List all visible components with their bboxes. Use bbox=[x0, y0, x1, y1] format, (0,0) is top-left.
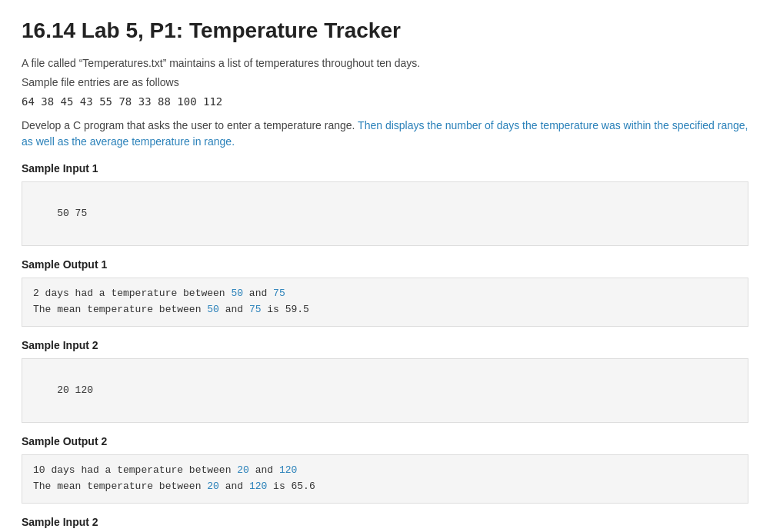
sample-entries-normal: 64 38 45 43 55 78 33 88 bbox=[22, 95, 177, 108]
sample-output-1-box: 2 days had a temperature between 50 and … bbox=[22, 278, 748, 327]
output-1-line2-suffix: is 59.5 bbox=[261, 304, 308, 315]
output-1-line1-blue1: 50 bbox=[231, 288, 243, 299]
section-1: Sample Input 1 50 75 Sample Output 1 2 d… bbox=[22, 161, 748, 327]
output-1-line2-blue2: 75 bbox=[249, 304, 262, 315]
description-part1: Develop a C program that asks the user t… bbox=[22, 119, 358, 131]
output-2-line1-mid: and bbox=[249, 464, 279, 476]
output-2-line1-prefix: 10 days had a temperature between bbox=[33, 464, 237, 476]
sample-entries-red: 100 112 bbox=[177, 95, 222, 108]
output-1-line2-prefix: The mean temperature between bbox=[33, 304, 207, 315]
output-2-line2-blue1: 20 bbox=[207, 480, 219, 492]
page-title: 16.14 Lab 5, P1: Temperature Tracker bbox=[22, 18, 748, 43]
output-2-line1-blue1: 20 bbox=[237, 464, 249, 476]
description: Develop a C program that asks the user t… bbox=[22, 118, 748, 150]
output-1-line1-prefix: 2 days had a temperature between bbox=[33, 288, 231, 299]
sample-input-1-label: Sample Input 1 bbox=[22, 161, 748, 177]
output-2-line2-suffix: is 65.6 bbox=[267, 480, 315, 492]
sample-output-2-box: 10 days had a temperature between 20 and… bbox=[22, 454, 748, 504]
output-2-line2-mid: and bbox=[219, 480, 249, 492]
output-2-line1-blue2: 120 bbox=[279, 464, 297, 476]
section-3: Sample Input 2 10 30 bbox=[22, 514, 748, 532]
sample-input-2-label: Sample Input 2 bbox=[22, 337, 748, 354]
sample-input-3-label: Sample Input 2 bbox=[22, 514, 748, 530]
output-1-line1-mid: and bbox=[243, 288, 273, 299]
output-1-line1-blue2: 75 bbox=[273, 288, 285, 299]
output-2-line2-prefix: The mean temperature between bbox=[33, 480, 207, 492]
sample-file-entries: 64 38 45 43 55 78 33 88 100 112 bbox=[22, 94, 748, 110]
sample-file-label: Sample file entries are as follows bbox=[22, 75, 748, 91]
sample-output-1-label: Sample Output 1 bbox=[22, 257, 748, 273]
sample-input-2-box: 20 120 bbox=[22, 358, 748, 423]
output-2-line2-blue2: 120 bbox=[249, 480, 267, 492]
sample-output-2-label: Sample Output 2 bbox=[22, 434, 748, 450]
output-1-line2-mid: and bbox=[219, 304, 249, 315]
sample-input-2-value: 20 120 bbox=[57, 384, 93, 396]
sample-input-1-box: 50 75 bbox=[22, 181, 748, 246]
sample-input-1-value: 50 75 bbox=[57, 208, 87, 219]
output-1-line2-blue1: 50 bbox=[207, 304, 219, 315]
intro-paragraph: A file called “Temperatures.txt” maintai… bbox=[22, 55, 748, 71]
section-2: Sample Input 2 20 120 Sample Output 2 10… bbox=[22, 337, 748, 504]
